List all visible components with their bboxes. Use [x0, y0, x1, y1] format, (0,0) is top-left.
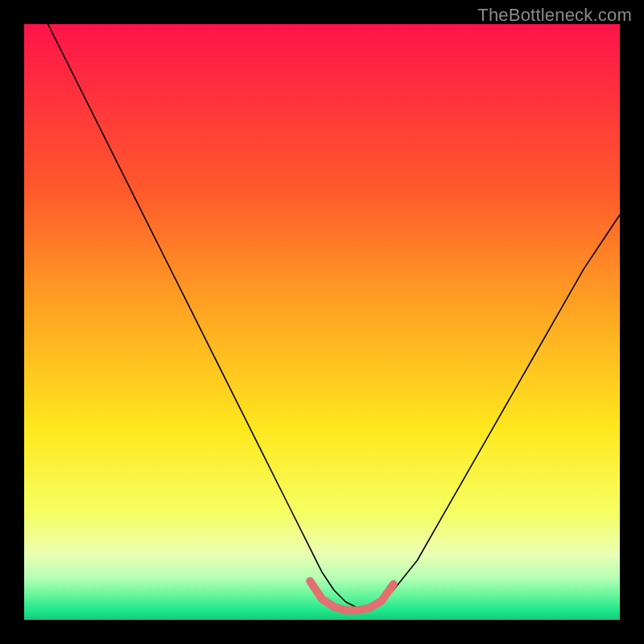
watermark-text: TheBottleneck.com — [477, 5, 632, 26]
chart-container: TheBottleneck.com — [0, 0, 644, 644]
gradient-background — [24, 24, 620, 620]
plot-area — [24, 24, 620, 620]
chart-svg — [24, 24, 620, 620]
